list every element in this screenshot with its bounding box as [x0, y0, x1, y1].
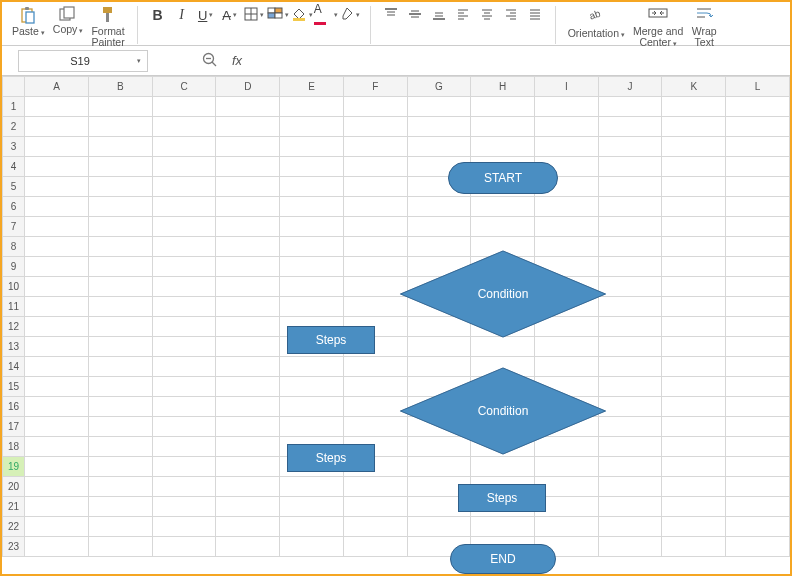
cell[interactable] [88, 97, 152, 117]
cell[interactable] [726, 157, 790, 177]
cell[interactable] [535, 517, 599, 537]
column-header[interactable]: A [25, 77, 89, 97]
cell[interactable] [88, 517, 152, 537]
cell[interactable] [88, 257, 152, 277]
cell[interactable] [152, 197, 216, 217]
fx-button[interactable]: fx [232, 53, 242, 68]
cell[interactable] [88, 537, 152, 557]
cell[interactable] [726, 377, 790, 397]
cell[interactable] [25, 497, 89, 517]
cell[interactable] [726, 437, 790, 457]
row-header[interactable]: 4 [3, 157, 25, 177]
cell[interactable] [216, 97, 280, 117]
cell[interactable] [152, 277, 216, 297]
row-header[interactable]: 23 [3, 537, 25, 557]
highlight-button[interactable]: ▾ [338, 4, 362, 26]
cell[interactable] [25, 337, 89, 357]
cell[interactable] [216, 217, 280, 237]
cell[interactable] [152, 157, 216, 177]
flowchart-process[interactable]: Steps [458, 484, 546, 512]
cell[interactable] [343, 197, 407, 217]
cell[interactable] [280, 417, 344, 437]
cell[interactable] [343, 237, 407, 257]
borders-button[interactable]: ▾ [242, 4, 266, 26]
cell[interactable] [598, 297, 662, 317]
cell[interactable] [152, 237, 216, 257]
cell[interactable] [662, 437, 726, 457]
italic-button[interactable]: I [170, 4, 194, 26]
row-header[interactable]: 5 [3, 177, 25, 197]
cell[interactable] [152, 137, 216, 157]
cell[interactable] [598, 217, 662, 237]
cell[interactable] [598, 97, 662, 117]
cell[interactable] [88, 117, 152, 137]
row-header[interactable]: 3 [3, 137, 25, 157]
cell[interactable] [471, 97, 535, 117]
cell[interactable] [726, 497, 790, 517]
cell[interactable] [280, 477, 344, 497]
row-header[interactable]: 15 [3, 377, 25, 397]
name-box[interactable]: S19 ▾ [18, 50, 148, 72]
cell[interactable] [25, 137, 89, 157]
cell[interactable] [280, 97, 344, 117]
align-center-button[interactable] [475, 4, 499, 26]
cell[interactable] [343, 417, 407, 437]
row-header[interactable]: 13 [3, 337, 25, 357]
cell[interactable] [216, 277, 280, 297]
cell[interactable] [152, 397, 216, 417]
cell[interactable] [726, 117, 790, 137]
cell[interactable] [471, 117, 535, 137]
cell[interactable] [662, 157, 726, 177]
select-all-corner[interactable] [3, 77, 25, 97]
cell[interactable] [662, 177, 726, 197]
flowchart-process[interactable]: Steps [287, 444, 375, 472]
cell[interactable] [152, 417, 216, 437]
cell[interactable] [280, 297, 344, 317]
cell[interactable] [726, 337, 790, 357]
column-header[interactable]: C [152, 77, 216, 97]
cell[interactable] [88, 397, 152, 417]
cell[interactable] [343, 297, 407, 317]
cell[interactable] [598, 337, 662, 357]
cell[interactable] [407, 517, 471, 537]
cell[interactable] [88, 437, 152, 457]
cell[interactable] [662, 277, 726, 297]
cell[interactable] [726, 137, 790, 157]
align-left-button[interactable] [451, 4, 475, 26]
cell[interactable] [88, 457, 152, 477]
cell[interactable] [152, 517, 216, 537]
cell[interactable] [598, 277, 662, 297]
cell[interactable] [280, 177, 344, 197]
cell[interactable] [216, 237, 280, 257]
format-painter-button[interactable]: FormatPainter [87, 4, 128, 44]
cell[interactable] [471, 197, 535, 217]
cell[interactable] [216, 317, 280, 337]
formula-input[interactable] [250, 50, 784, 72]
row-header[interactable]: 7 [3, 217, 25, 237]
cell[interactable] [280, 377, 344, 397]
cell[interactable] [726, 197, 790, 217]
cell[interactable] [216, 137, 280, 157]
cell[interactable] [726, 217, 790, 237]
cell[interactable] [25, 97, 89, 117]
cell[interactable] [343, 277, 407, 297]
cell[interactable] [343, 257, 407, 277]
cell[interactable] [216, 197, 280, 217]
cell[interactable] [280, 117, 344, 137]
cell[interactable] [343, 117, 407, 137]
cell[interactable] [152, 337, 216, 357]
cell[interactable] [598, 437, 662, 457]
row-header[interactable]: 20 [3, 477, 25, 497]
cell[interactable] [280, 217, 344, 237]
cell[interactable] [216, 337, 280, 357]
cell[interactable] [471, 517, 535, 537]
bold-button[interactable]: B [146, 4, 170, 26]
cell[interactable] [662, 357, 726, 377]
row-header[interactable]: 19 [3, 457, 25, 477]
cell[interactable] [662, 117, 726, 137]
cell[interactable] [88, 357, 152, 377]
cell[interactable] [280, 197, 344, 217]
cell[interactable] [216, 477, 280, 497]
cell[interactable] [726, 417, 790, 437]
cell[interactable] [662, 257, 726, 277]
